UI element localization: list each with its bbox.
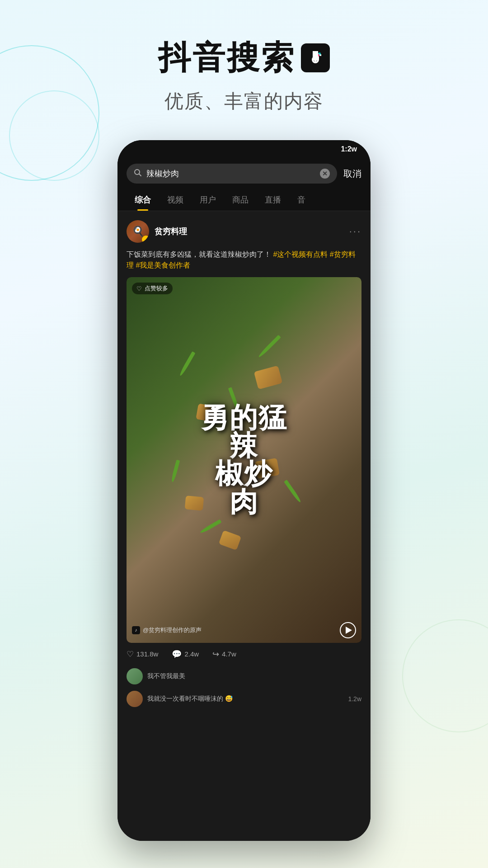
comment-2-text: 我就没一次看时不咽唾沫的 😅 — [147, 695, 233, 703]
play-button[interactable] — [340, 622, 356, 638]
comment-1-text: 我不管我最美 — [147, 672, 185, 680]
post-header: 🍳 ✓ 贫穷料理 ··· — [127, 220, 361, 243]
search-query: 辣椒炒肉 — [146, 168, 315, 179]
tab-视频[interactable]: 视频 — [159, 189, 192, 211]
shares-count: 4.7w — [222, 650, 236, 658]
user-avatar: 🍳 ✓ — [127, 220, 149, 243]
audio-text: @贫穷料理创作的原声 — [143, 626, 202, 634]
post-description: 下饭菜到底有多凶猛，就看这道辣椒炒肉了！ #这个视频有点料 #贫穷料理 #我是美… — [127, 249, 361, 271]
audio-info: ♪ @贫穷料理创作的原声 — [132, 626, 202, 634]
tiktok-logo-icon — [301, 43, 330, 72]
video-bottom-bar: ♪ @贫穷料理创作的原声 — [132, 622, 356, 638]
user-info[interactable]: 🍳 ✓ 贫穷料理 — [127, 220, 187, 243]
comments-stat[interactable]: 💬 2.4w — [172, 649, 199, 659]
commenter-2-avatar — [127, 691, 143, 707]
comment-2: 我就没一次看时不咽唾沫的 😅 1.2w — [127, 691, 361, 707]
video-overlay: 勇的猛辣椒炒肉 — [127, 277, 361, 643]
search-tabs: 综合 视频 用户 商品 直播 音 — [117, 189, 371, 211]
comment-icon: 💬 — [172, 649, 182, 659]
comment-2-count: 1.2w — [348, 695, 361, 703]
tab-直播[interactable]: 直播 — [257, 189, 289, 211]
tab-用户[interactable]: 用户 — [192, 189, 224, 211]
search-icon — [134, 169, 142, 179]
like-icon: ♡ — [127, 649, 134, 659]
post-text: 下饭菜到底有多凶猛，就看这道辣椒炒肉了！ — [127, 250, 271, 258]
tab-综合[interactable]: 综合 — [127, 189, 159, 211]
header: 抖音搜索 优质、丰富的内容 — [0, 0, 488, 132]
phone-mockup: 1:2w 辣椒炒肉 ✕ 取消 综合 — [117, 140, 371, 841]
comments-count: 2.4w — [184, 650, 199, 658]
likes-stat[interactable]: ♡ 131.8w — [127, 649, 158, 659]
comment-1: 我不管我最美 — [127, 665, 361, 684]
search-input-wrap[interactable]: 辣椒炒肉 ✕ — [127, 164, 337, 184]
status-bar: 1:2w — [117, 140, 371, 158]
verified-badge-icon: ✓ — [142, 236, 149, 243]
app-subtitle: 优质、丰富的内容 — [0, 89, 488, 114]
search-clear-button[interactable]: ✕ — [320, 169, 330, 179]
shares-stat[interactable]: ↪ 4.7w — [212, 649, 236, 659]
video-overlay-text: 勇的猛辣椒炒肉 — [201, 404, 287, 516]
likes-count: 131.8w — [136, 650, 158, 658]
username[interactable]: 贫穷料理 — [155, 226, 187, 237]
svg-point-1 — [317, 54, 319, 57]
hashtag-1[interactable]: #这个视频有点料 — [273, 250, 328, 258]
tab-音乐[interactable]: 音 — [289, 189, 314, 211]
hashtag-3[interactable]: #我是美食创作者 — [136, 261, 190, 269]
commenter-1-avatar — [127, 668, 143, 684]
title-row: 抖音搜索 — [0, 36, 488, 80]
bg-decoration-circle-3 — [402, 619, 488, 732]
play-triangle-icon — [346, 627, 352, 634]
screen-content: 1:2w 辣椒炒肉 ✕ 取消 综合 — [117, 140, 371, 841]
search-results: 🍳 ✓ 贫穷料理 ··· 下饭菜到底有多凶猛，就看这道辣椒炒肉了！ #这个视频有… — [117, 211, 371, 841]
tab-商品[interactable]: 商品 — [224, 189, 257, 211]
status-time: 1:2w — [341, 145, 357, 153]
more-options-button[interactable]: ··· — [349, 226, 361, 237]
search-bar[interactable]: 辣椒炒肉 ✕ 取消 — [117, 158, 371, 189]
comment-2-content: 我就没一次看时不咽唾沫的 😅 1.2w — [147, 695, 361, 703]
engagement-stats: ♡ 131.8w 💬 2.4w ↪ 4.7w — [127, 649, 361, 659]
tiktok-small-icon: ♪ — [132, 626, 140, 634]
app-title: 抖音搜索 — [158, 36, 296, 80]
video-thumbnail[interactable]: ♡ 点赞较多 勇的猛辣椒炒肉 ♪ @贫穷料理创作的原声 — [127, 277, 361, 643]
share-icon: ↪ — [212, 649, 219, 659]
cancel-button[interactable]: 取消 — [343, 168, 361, 180]
phone-screen: 1:2w 辣椒炒肉 ✕ 取消 综合 — [117, 140, 371, 841]
